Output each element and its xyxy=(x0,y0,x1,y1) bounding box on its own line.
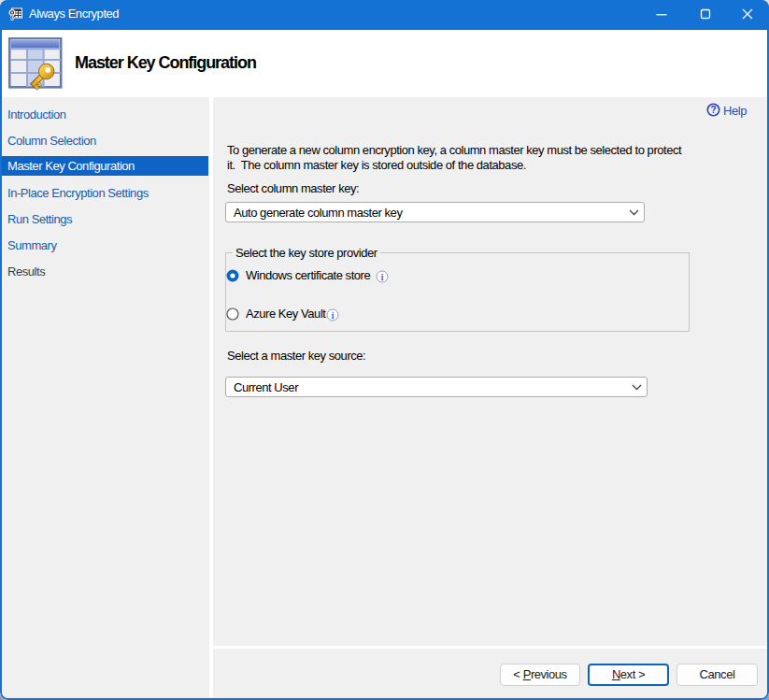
svg-text:i: i xyxy=(381,273,384,282)
svg-text:?: ? xyxy=(710,105,716,115)
svg-text:i: i xyxy=(332,311,335,321)
